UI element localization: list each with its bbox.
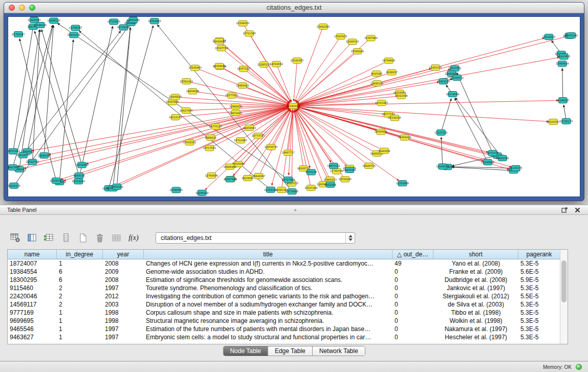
rows-icon[interactable] [60, 232, 72, 244]
close-window-icon[interactable] [9, 5, 15, 11]
graph-node[interactable]: 23946315 [34, 22, 47, 28]
graph-node[interactable]: 15699704 [37, 152, 50, 158]
graph-node[interactable]: 24174399 [446, 91, 459, 97]
graph-node[interactable]: 12683422 [236, 83, 249, 89]
graph-node[interactable]: 9547683 [371, 71, 382, 76]
table-row[interactable]: 911546021997Tourette syndrome. Phenomeno… [8, 284, 560, 292]
graph-node[interactable]: 16146253 [436, 164, 449, 169]
panel-drag-handle[interactable] [294, 209, 296, 211]
graph-node[interactable]: 15558245 [339, 177, 352, 182]
graph-node[interactable]: 20216097 [547, 119, 559, 125]
graph-node[interactable]: 18946964 [224, 164, 236, 169]
new-document-icon[interactable] [77, 232, 89, 244]
graph-node[interactable]: 21785047 [12, 32, 25, 37]
graph-node[interactable]: 10711395 [243, 31, 255, 36]
graph-node[interactable]: 23841026 [496, 156, 509, 161]
graph-node[interactable]: 9550133 [306, 169, 317, 175]
graph-node[interactable]: 24166176 [8, 183, 20, 188]
graph-node[interactable]: 9240958 [379, 148, 390, 154]
minimize-window-icon[interactable] [19, 5, 25, 11]
graph-node[interactable]: 9771073 [487, 150, 498, 156]
graph-node[interactable]: 21285273 [257, 62, 270, 68]
graph-node[interactable]: 11501967 [375, 100, 388, 106]
tab-edge-table[interactable]: Edge Table [268, 346, 312, 356]
graph-node[interactable]: 12760896 [205, 173, 217, 179]
graph-node[interactable]: 11058101 [264, 187, 277, 192]
graph-node[interactable]: 19245928 [195, 190, 208, 195]
graph-node[interactable]: 17740799 [330, 168, 343, 174]
graph-node[interactable]: 18670112 [327, 163, 340, 169]
graph-node[interactable]: 19309418 [398, 135, 411, 140]
tab-node-table[interactable]: Node Table [223, 346, 268, 356]
graph-node[interactable]: 10546287 [556, 98, 569, 103]
graph-node[interactable]: 17725933 [107, 19, 120, 25]
graph-node[interactable]: 17697975 [334, 34, 347, 39]
graph-node[interactable]: 20246463 [188, 65, 201, 71]
table-disabled-icon[interactable] [111, 232, 123, 244]
table-panel-titlebar[interactable]: Table Panel [0, 205, 588, 215]
graph-node[interactable]: 9989413 [205, 135, 216, 140]
graph-node[interactable]: 21963120 [437, 78, 450, 84]
graph-node[interactable]: 18401262 [565, 33, 578, 38]
graph-node[interactable]: 15892393 [317, 24, 330, 30]
delete-icon[interactable] [94, 232, 106, 244]
column-header-title[interactable]: title [144, 250, 393, 259]
graph-node[interactable]: 19358655 [213, 63, 226, 69]
graph-node[interactable]: 11036007 [69, 25, 82, 31]
table-row[interactable]: 2242004622012Investigating the contribut… [8, 292, 560, 300]
graph-node[interactable]: 15597806 [166, 99, 179, 105]
graph-node[interactable]: 15589240 [351, 49, 364, 54]
column-header-pagerank[interactable]: pagerank [518, 250, 560, 259]
graph-node[interactable]: 14770137 [209, 124, 222, 129]
memory-status-icon[interactable] [576, 364, 582, 370]
graph-node[interactable]: 11410830 [557, 54, 570, 59]
graph-node[interactable]: 21586981 [170, 187, 183, 193]
tab-network-table[interactable]: Network Table [312, 346, 365, 356]
window-titlebar[interactable]: citations_edges.txt [4, 3, 584, 13]
graph-node[interactable]: 15515168 [304, 185, 317, 191]
close-panel-icon[interactable] [574, 207, 581, 213]
graph-node[interactable]: 11896110 [47, 18, 60, 24]
graph-node[interactable]: 13685101 [371, 80, 383, 86]
graph-canvas[interactable]: 1724041315892393176979751224001010367964… [8, 16, 580, 197]
scrollbar-thumb[interactable] [561, 260, 567, 302]
graph-node[interactable]: 16057220 [237, 66, 250, 72]
graph-node[interactable]: 22298682 [481, 160, 494, 165]
column-header-name[interactable]: name [8, 250, 57, 259]
table-row[interactable]: 969969511998Structural magnetic resonanc… [8, 317, 560, 325]
graph-node[interactable]: 11115170 [509, 165, 522, 171]
graph-node[interactable]: 24727869 [282, 177, 295, 183]
table-select-dropdown[interactable]: citations_edges.txt [156, 232, 355, 244]
column-header-out_de[interactable]: △ out_de… [393, 250, 433, 259]
graph-node[interactable]: 19442997 [252, 173, 265, 179]
graph-node[interactable]: 16639652 [213, 38, 226, 44]
graph-node[interactable]: 15137232 [434, 129, 447, 135]
graph-node[interactable]: 21549010 [236, 20, 249, 26]
graph-node[interactable]: 22591412 [180, 78, 193, 84]
graph-node[interactable]: 14427400 [180, 107, 192, 113]
graph-node[interactable]: 18773720 [252, 133, 265, 139]
graph-node[interactable]: 22059730 [265, 144, 277, 150]
function-icon[interactable]: f(x) [127, 232, 140, 244]
graph-node[interactable]: 22812312 [26, 159, 39, 165]
graph-node[interactable]: 23726173 [560, 118, 573, 124]
graph-node[interactable]: 18829736 [362, 163, 375, 168]
graph-node[interactable]: 18709733 [450, 75, 463, 80]
graph-node[interactable]: 18583938 [374, 129, 387, 135]
graph-node[interactable]: 21314643 [72, 179, 85, 184]
graph-node[interactable]: 17240413 [287, 103, 299, 109]
column-header-short[interactable]: short [433, 250, 518, 259]
column-header-in_degree[interactable]: in_degree [57, 250, 103, 259]
graph-node[interactable]: 20219070 [16, 152, 29, 158]
vertical-scrollbar[interactable] [560, 250, 568, 344]
graph-node[interactable]: 22339325 [388, 115, 401, 121]
graph-node[interactable]: 22408815 [169, 94, 182, 100]
graph-node[interactable]: 21577810 [225, 93, 238, 98]
table-row[interactable]: 946554611997Estimation of the future num… [8, 325, 560, 333]
graph-node[interactable]: 19434588 [186, 89, 199, 94]
graph-node[interactable]: 15208513 [50, 178, 62, 184]
graph-node[interactable]: 19784645 [382, 58, 395, 63]
graph-node[interactable]: 14554853 [148, 18, 161, 24]
graph-node[interactable]: 18107252 [448, 65, 461, 71]
table-row[interactable]: 1830029562008Estimation of significance … [8, 276, 560, 284]
